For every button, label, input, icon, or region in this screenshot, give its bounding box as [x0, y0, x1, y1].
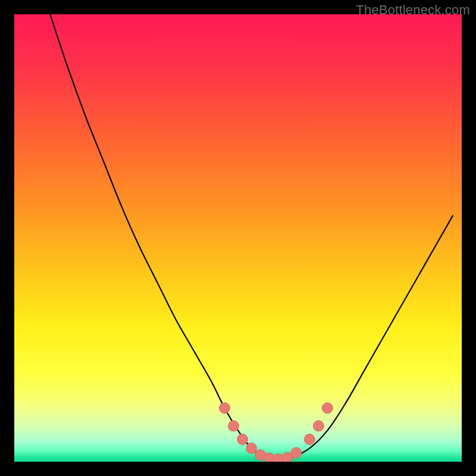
- background-gradient: [14, 14, 462, 462]
- plot-area: [14, 14, 462, 462]
- outer-frame: TheBottleneck.com: [0, 0, 476, 476]
- svg-rect-0: [14, 14, 462, 462]
- watermark-text: TheBottleneck.com: [356, 2, 470, 18]
